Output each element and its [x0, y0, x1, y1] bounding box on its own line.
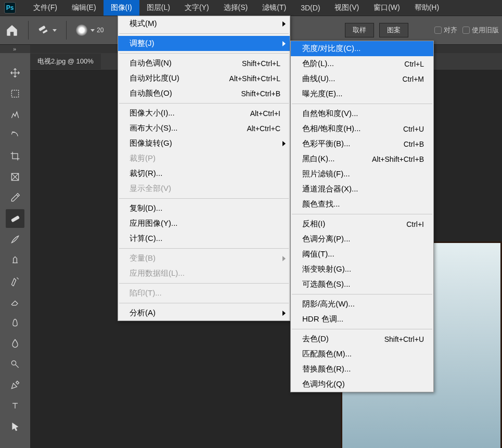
svg-rect-1 [43, 30, 48, 34]
menu-item-selective-color[interactable]: 可选颜色(S)... [291, 277, 433, 292]
brush-size-value: 20 [97, 27, 104, 34]
panel-expand-strip[interactable]: » [0, 45, 30, 53]
menu-item-duplicate[interactable]: 复制(D)... [118, 201, 290, 216]
menu-separator [119, 33, 289, 34]
menu-item-image-size[interactable]: 图像大小(I)...Alt+Ctrl+I [118, 106, 290, 121]
menu-separator [292, 329, 432, 329]
menu-file[interactable]: 文件(F) [26, 0, 65, 16]
menu-item-replace-color[interactable]: 替换颜色(R)... [291, 362, 433, 377]
menu-item-crop: 裁剪(P) [118, 151, 290, 166]
eraser-tool[interactable] [6, 292, 24, 311]
menu-item-vibrance[interactable]: 自然饱和度(V)... [291, 106, 433, 121]
type-tool[interactable] [6, 396, 24, 415]
menu-item-color-lookup[interactable]: 颜色查找... [291, 197, 433, 212]
menu-item-trap: 陷印(T)... [118, 286, 290, 301]
document-tab[interactable]: 电视2.jpg @ 100% [30, 54, 101, 69]
menu-item-match-color[interactable]: 匹配颜色(M)... [291, 347, 433, 362]
menu-separator [292, 294, 432, 295]
menu-filter[interactable]: 滤镜(T) [255, 0, 293, 16]
top-menubar: Ps 文件(F) 编辑(E) 图像(I) 图层(L) 文字(Y) 选择(S) 滤… [0, 0, 502, 16]
menu-window[interactable]: 窗口(W) [366, 0, 407, 16]
quick-select-tool[interactable] [6, 126, 24, 145]
menu-item-variables: 变量(B) [118, 251, 290, 266]
pen-tool[interactable] [6, 376, 24, 394]
menu-separator [119, 283, 289, 284]
checkbox-icon[interactable] [462, 27, 470, 34]
option-align[interactable]: 对齐 [434, 25, 457, 35]
menu-item-canvas-size[interactable]: 画布大小(S)...Alt+Ctrl+C [118, 121, 290, 136]
path-select-tool[interactable] [6, 417, 24, 436]
menu-item-shadow-highlight[interactable]: 阴影/高光(W)... [291, 297, 433, 312]
menu-item-auto-contrast[interactable]: 自动对比度(U)Alt+Shift+Ctrl+L [118, 71, 290, 86]
menu-layer[interactable]: 图层(L) [139, 0, 177, 16]
svg-point-5 [11, 361, 16, 365]
menu-item-auto-tone[interactable]: 自动色调(N)Shift+Ctrl+L [118, 56, 290, 71]
submenu-arrow-icon [282, 311, 286, 316]
menu-item-levels[interactable]: 色阶(L)...Ctrl+L [291, 56, 433, 71]
menu-separator [292, 214, 432, 214]
menu-select[interactable]: 选择(S) [216, 0, 255, 16]
option-tab-sample[interactable]: 取样 [345, 23, 374, 37]
menu-item-auto-color[interactable]: 自动颜色(O)Shift+Ctrl+B [118, 86, 290, 101]
home-icon[interactable] [5, 23, 19, 37]
brush-size-picker[interactable] [76, 24, 95, 36]
frame-tool[interactable] [6, 168, 24, 186]
tool-preset-picker[interactable] [38, 24, 57, 36]
option-legacy[interactable]: 使用旧版 [462, 25, 499, 35]
menu-item-desaturate[interactable]: 去色(D)Shift+Ctrl+U [291, 331, 433, 347]
menu-item-channel-mixer[interactable]: 通道混合器(X)... [291, 182, 433, 197]
submenu-arrow-icon [282, 141, 286, 146]
menu-item-threshold[interactable]: 阈值(T)... [291, 247, 433, 262]
menu-item-mode[interactable]: 模式(M) [118, 16, 290, 31]
menu-item-trim[interactable]: 裁切(R)... [118, 166, 290, 181]
svg-rect-4 [11, 216, 19, 222]
lasso-tool[interactable] [6, 105, 24, 124]
eyedropper-tool[interactable] [6, 188, 24, 207]
menu-item-photo-filter[interactable]: 照片滤镜(F)... [291, 167, 433, 182]
menu-item-exposure[interactable]: 曝光度(E)... [291, 86, 433, 101]
menu-image[interactable]: 图像(I) [104, 0, 139, 16]
move-tool[interactable] [6, 63, 24, 82]
menu-item-analysis[interactable]: 分析(A) [118, 305, 290, 321]
menu-help[interactable]: 帮助(H) [407, 0, 446, 16]
menu-item-reveal-all: 显示全部(V) [118, 181, 290, 196]
submenu-arrow-icon [282, 41, 286, 46]
menu-item-invert[interactable]: 反相(I)Ctrl+I [291, 216, 433, 232]
submenu-arrow-icon [282, 21, 286, 27]
menu-item-color-balance[interactable]: 色彩平衡(B)...Ctrl+B [291, 136, 433, 151]
menu-separator [119, 303, 289, 303]
menu-item-hdr-toning[interactable]: HDR 色调... [291, 312, 433, 327]
menu-item-posterize[interactable]: 色调分离(P)... [291, 232, 433, 247]
marquee-tool[interactable] [6, 84, 24, 103]
menu-separator [292, 104, 432, 104]
menu-item-hue-saturation[interactable]: 色相/饱和度(H)...Ctrl+U [291, 121, 433, 136]
menu-item-adjustments[interactable]: 调整(J) [118, 36, 290, 51]
chevron-down-icon [53, 29, 57, 32]
brush-tool[interactable] [6, 230, 24, 249]
menu-item-calculations[interactable]: 计算(C)... [118, 231, 290, 246]
menu-item-curves[interactable]: 曲线(U)...Ctrl+M [291, 71, 433, 86]
dodge-tool[interactable] [6, 355, 24, 374]
menu-type[interactable]: 文字(Y) [177, 0, 216, 16]
menu-item-image-rotation[interactable]: 图像旋转(G) [118, 136, 290, 151]
history-brush-tool[interactable] [6, 272, 24, 290]
clone-stamp-tool[interactable] [6, 251, 24, 270]
healing-brush-tool[interactable] [6, 209, 24, 228]
adjustments-submenu: 亮度/对比度(C)... 色阶(L)...Ctrl+L 曲线(U)...Ctrl… [290, 41, 434, 392]
option-tab-pattern[interactable]: 图案 [379, 23, 408, 37]
crop-tool[interactable] [6, 147, 24, 165]
image-menu-dropdown: 模式(M) 调整(J) 自动色调(N)Shift+Ctrl+L 自动对比度(U)… [118, 16, 290, 321]
menu-3d[interactable]: 3D(D) [293, 1, 327, 15]
menu-edit[interactable]: 编辑(E) [65, 0, 104, 16]
menu-item-black-white[interactable]: 黑白(K)...Alt+Shift+Ctrl+B [291, 151, 433, 167]
menu-view[interactable]: 视图(V) [327, 0, 366, 16]
menu-item-gradient-map[interactable]: 渐变映射(G)... [291, 262, 433, 277]
menu-item-equalize[interactable]: 色调均化(Q) [291, 377, 433, 392]
menu-item-apply-image[interactable]: 应用图像(Y)... [118, 216, 290, 231]
svg-rect-0 [38, 25, 46, 31]
chevron-down-icon [91, 29, 95, 32]
checkbox-icon[interactable] [434, 27, 442, 34]
menu-item-brightness-contrast[interactable]: 亮度/对比度(C)... [291, 41, 433, 56]
blur-tool[interactable] [6, 334, 24, 353]
gradient-tool[interactable] [6, 313, 24, 332]
